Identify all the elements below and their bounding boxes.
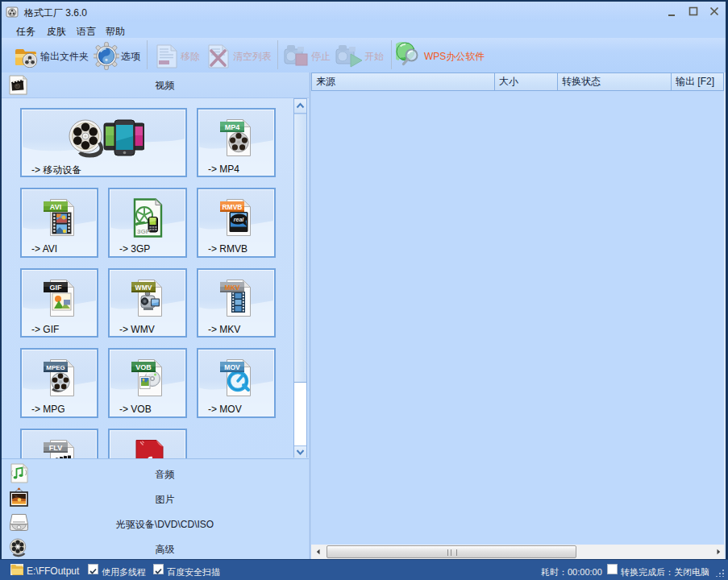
svg-text:3GP: 3GP: [137, 228, 151, 235]
svg-text:MKV: MKV: [225, 284, 240, 292]
svg-text:WMV: WMV: [135, 284, 152, 292]
svg-text:real: real: [234, 217, 245, 222]
svg-text:VOB: VOB: [135, 363, 152, 371]
svg-text:MP4: MP4: [225, 123, 240, 131]
svg-text:GIF: GIF: [50, 284, 63, 292]
svg-text:RMVB: RMVB: [222, 203, 242, 211]
svg-text:MOV: MOV: [224, 363, 240, 371]
svg-text:MPEG: MPEG: [46, 364, 65, 371]
svg-text:FLV: FLV: [49, 444, 62, 452]
svg-text:AVI: AVI: [50, 203, 61, 211]
